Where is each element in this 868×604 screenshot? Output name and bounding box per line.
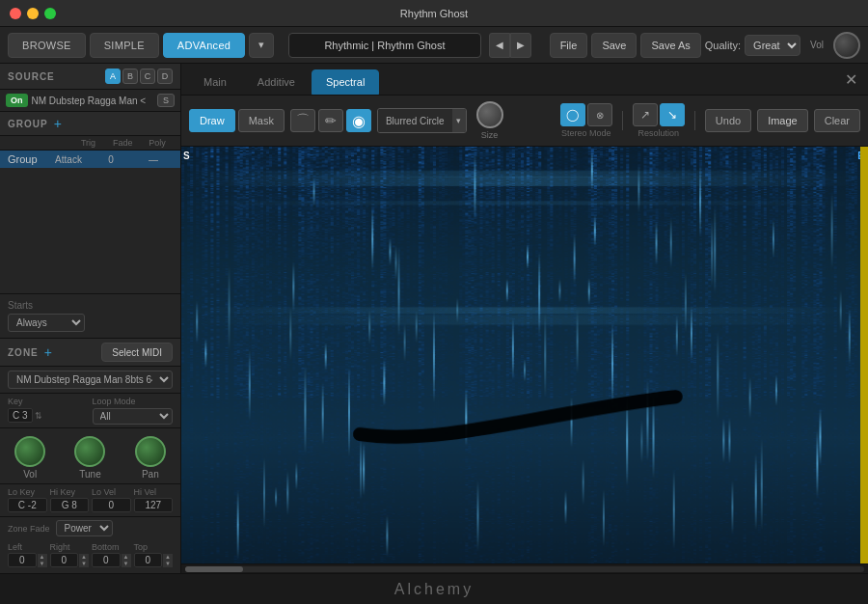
- tab-main[interactable]: Main: [189, 69, 241, 95]
- loop-mode-select[interactable]: All: [93, 408, 174, 425]
- top-down[interactable]: ▼: [163, 561, 173, 567]
- bottom-item: Bottom 0 ▲ ▼: [92, 542, 131, 567]
- zone-preset-row: NM Dubstep Ragga Man 8bts 64bpm: [0, 367, 180, 394]
- maximize-window-btn[interactable]: [44, 8, 56, 19]
- file-button[interactable]: File: [550, 33, 588, 58]
- spectrogram-area[interactable]: S E: [181, 147, 868, 563]
- vol-knob[interactable]: [833, 32, 860, 59]
- brush-type-group: ⌒ ✏ ◉: [290, 109, 371, 132]
- tab-c[interactable]: C: [140, 69, 155, 84]
- stereo-single-button[interactable]: ◯: [560, 103, 585, 126]
- preset-prev-button[interactable]: ◀: [489, 33, 510, 58]
- vol-knob-ctrl[interactable]: [14, 436, 45, 467]
- left-panel: SOURCE A B C D On NM Dubstep Ragga Man <…: [0, 64, 181, 573]
- top-value[interactable]: 0: [134, 553, 163, 567]
- draw-button[interactable]: Draw: [189, 109, 235, 132]
- right-down[interactable]: ▼: [79, 561, 89, 567]
- tab-additive[interactable]: Additive: [243, 69, 310, 95]
- key-label: Key: [8, 397, 89, 406]
- tune-knob-ctrl[interactable]: [74, 436, 105, 467]
- resolution-label: Resolution: [638, 128, 680, 138]
- on-button[interactable]: On: [6, 94, 28, 107]
- tab-a[interactable]: A: [105, 69, 121, 84]
- advanced-button[interactable]: ADVAnced: [163, 33, 245, 58]
- right-item: Right 0 ▲ ▼: [50, 542, 90, 567]
- brush-dropdown-arrow[interactable]: ▾: [452, 109, 466, 132]
- tune-knob-label: Tune: [79, 469, 100, 480]
- res-low-button[interactable]: ↗: [633, 103, 658, 126]
- zone-fade-select[interactable]: Power: [56, 520, 113, 536]
- quality-box: Quality: Great: [705, 35, 800, 56]
- spectral-toolbar: Draw Mask ⌒ ✏ ◉ Blurred Circle ▾ Size: [181, 96, 868, 147]
- source-name: NM Dubstep Ragga Man <: [32, 96, 153, 106]
- spectral-tabs: Main Additive Spectral ✕: [181, 64, 868, 96]
- lo-key-value[interactable]: C -2: [8, 498, 47, 512]
- bottom-up[interactable]: ▲: [122, 554, 131, 561]
- zone-preset-select[interactable]: NM Dubstep Ragga Man 8bts 64bpm: [8, 371, 173, 389]
- tab-spectral[interactable]: Spectral: [312, 69, 379, 95]
- close-window-btn[interactable]: [10, 8, 21, 19]
- save-as-button[interactable]: Save As: [640, 33, 700, 58]
- group-header: GROUP +: [0, 112, 180, 136]
- sep1: [622, 111, 623, 130]
- save-button[interactable]: Save: [591, 33, 637, 58]
- scroll-track[interactable]: [185, 566, 864, 572]
- group-name: Group: [8, 153, 45, 165]
- minimize-window-btn[interactable]: [27, 8, 39, 19]
- window-title: Rhythm Ghost: [400, 8, 468, 19]
- stereo-mode-buttons: ◯ ⊗: [560, 103, 612, 126]
- close-panel-button[interactable]: ✕: [841, 69, 860, 89]
- tab-d[interactable]: D: [157, 69, 173, 84]
- add-group-button[interactable]: +: [54, 116, 62, 131]
- s-button[interactable]: S: [157, 94, 175, 107]
- hi-key-value[interactable]: G 8: [50, 498, 90, 512]
- paint-tool-button[interactable]: ◉: [346, 109, 371, 132]
- yellow-scroll-bar[interactable]: [860, 147, 868, 563]
- vol-knob-wrap: Vol: [14, 436, 45, 480]
- group-cols: Trig Fade Poly: [0, 136, 180, 151]
- lo-vel-value[interactable]: 0: [92, 498, 131, 512]
- clear-button[interactable]: Clear: [814, 109, 860, 132]
- size-label: Size: [481, 130, 499, 140]
- top-up[interactable]: ▲: [163, 554, 173, 561]
- lasso-tool-button[interactable]: ⌒: [290, 109, 315, 132]
- scroll-bar[interactable]: [181, 563, 868, 573]
- mask-button[interactable]: Mask: [238, 109, 285, 132]
- browse-button[interactable]: BROWSE: [8, 33, 86, 58]
- left-up[interactable]: ▲: [38, 554, 47, 561]
- left-down[interactable]: ▼: [38, 561, 47, 567]
- scroll-thumb[interactable]: [185, 566, 243, 572]
- pan-knob-ctrl[interactable]: [135, 436, 166, 467]
- preset-next-button[interactable]: ▶: [510, 33, 531, 58]
- hi-vel-value[interactable]: 127: [134, 498, 174, 512]
- res-high-button[interactable]: ↘: [660, 103, 685, 126]
- lo-vel-label: Lo Vel: [92, 487, 131, 497]
- bottom-down[interactable]: ▼: [122, 561, 131, 567]
- topbar: BROWSE SIMPLE ADVAnced ▾ Rhythmic | Rhyt…: [0, 27, 868, 64]
- add-zone-button[interactable]: +: [44, 344, 52, 360]
- image-button[interactable]: Image: [757, 109, 808, 132]
- quality-select[interactable]: Great: [745, 35, 800, 56]
- preset-dropdown-arrow[interactable]: ▾: [249, 33, 274, 58]
- right-up[interactable]: ▲: [79, 554, 89, 561]
- key-value[interactable]: C 3: [8, 408, 33, 423]
- pencil-tool-button[interactable]: ✏: [318, 109, 343, 132]
- knobs-row: Vol Tune Pan: [0, 428, 180, 483]
- group-row[interactable]: Group Attack 0 —: [0, 151, 180, 168]
- starts-select[interactable]: Always: [8, 314, 85, 332]
- size-knob[interactable]: [476, 101, 503, 128]
- tune-knob-wrap: Tune: [74, 436, 105, 480]
- tab-b[interactable]: B: [122, 69, 138, 84]
- key-spinner[interactable]: ⇅: [35, 411, 42, 421]
- spectrogram-canvas[interactable]: [181, 147, 868, 563]
- left-value[interactable]: 0: [8, 553, 37, 567]
- select-midi-button[interactable]: Select MIDI: [101, 343, 173, 362]
- undo-button[interactable]: Undo: [705, 109, 751, 132]
- bottom-value[interactable]: 0: [92, 553, 121, 567]
- lo-key-label: Lo Key: [8, 487, 47, 497]
- pan-knob-wrap: Pan: [135, 436, 166, 480]
- simple-button[interactable]: SIMPLE: [90, 33, 159, 58]
- vol-label: Vol: [810, 40, 824, 50]
- right-value[interactable]: 0: [50, 553, 79, 567]
- stereo-dual-button[interactable]: ⊗: [587, 103, 612, 126]
